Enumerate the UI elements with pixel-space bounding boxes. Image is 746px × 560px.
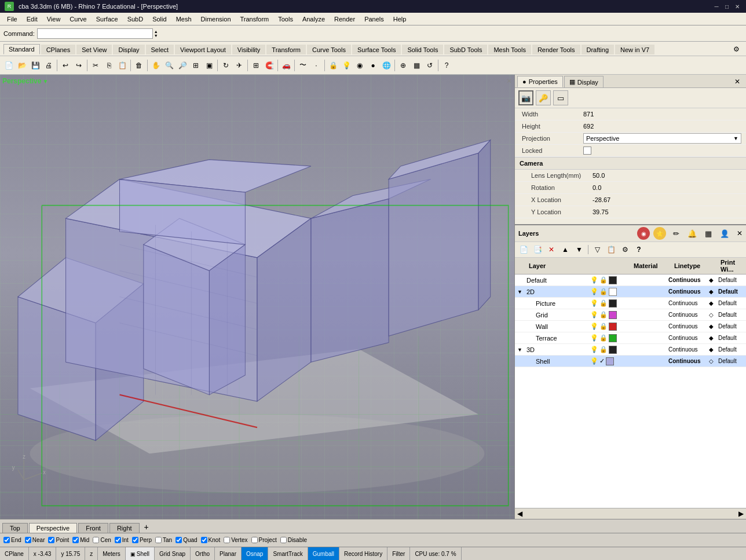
close-button[interactable]: ✕ (733, 2, 741, 10)
rect-icon[interactable]: ▭ (553, 90, 568, 105)
menu-edit[interactable]: Edit (22, 13, 42, 25)
layer-lock-terrace[interactable]: 🔒 (599, 334, 608, 342)
status-filter[interactable]: Filter (387, 547, 410, 560)
layer-row-default[interactable]: Default 💡 🔒 Continuous ◆ Default (515, 274, 746, 286)
layer-lock-default[interactable]: 🔒 (599, 276, 608, 284)
layer-check-shell[interactable]: ✓ (599, 357, 605, 365)
tab-setview[interactable]: Set View (76, 45, 112, 54)
status-osnap[interactable]: Osnap (242, 547, 268, 560)
menu-mesh[interactable]: Mesh (171, 13, 196, 25)
toolbar-gumball-icon[interactable]: ⊕ (397, 59, 409, 72)
osnap-mid-checkbox[interactable] (72, 537, 79, 543)
layer-row-grid[interactable]: Grid 💡 🔒 Continuous ◇ Default (515, 309, 746, 321)
menu-dimension[interactable]: Dimension (196, 13, 236, 25)
toolbar-delete-icon[interactable]: 🗑 (133, 59, 145, 72)
layer-vis-shell[interactable]: 💡 (590, 357, 598, 365)
layers-help-icon[interactable]: ? (632, 243, 645, 256)
vp-tab-top[interactable]: Top (2, 523, 28, 533)
toolbar-undo-icon[interactable]: ↩ (59, 59, 72, 72)
menu-curve[interactable]: Curve (65, 13, 91, 25)
menu-solid[interactable]: Solid (148, 13, 171, 25)
toolbar-paste-icon[interactable]: 📋 (116, 59, 129, 72)
toolbar-help-icon[interactable]: ? (440, 59, 453, 72)
layer-vis-default[interactable]: 💡 (590, 276, 598, 284)
layer-vis-2d[interactable]: 💡 (590, 288, 598, 295)
tab-drafting[interactable]: Drafting (582, 45, 615, 54)
layers-filter-icon[interactable]: ▽ (591, 243, 604, 256)
tab-standard[interactable]: Standard (3, 44, 40, 54)
tab-solid-tools[interactable]: Solid Tools (402, 45, 443, 54)
tab-display[interactable]: Display (113, 45, 144, 54)
menu-panels[interactable]: Panels (360, 13, 389, 25)
toolbar-pan-icon[interactable]: ✋ (149, 59, 162, 72)
locked-checkbox[interactable] (583, 147, 591, 155)
layer-vis-3d[interactable]: 💡 (590, 346, 598, 353)
layers-panel-close-icon[interactable]: ✕ (737, 229, 743, 237)
command-arrows[interactable]: ▲ ▼ (154, 30, 158, 38)
menu-view[interactable]: View (42, 13, 65, 25)
layer-color-picture[interactable] (609, 299, 617, 308)
tab-visibility[interactable]: Visibility (232, 45, 266, 54)
layers-light-icon[interactable]: ⭐ (653, 227, 666, 240)
toolbar-cut-icon[interactable]: ✂ (89, 59, 102, 72)
toolbar-zoom-in-icon[interactable]: 🔍 (163, 59, 175, 72)
toolbar-move-icon[interactable]: ✈ (233, 59, 246, 72)
toolbar-rotate-icon[interactable]: ↻ (220, 59, 232, 72)
layer-expand-2d[interactable]: ▼ (517, 289, 526, 295)
layer-row-shell[interactable]: Shell 💡 ✓ Continuous ◇ Default (515, 356, 746, 367)
status-grid-snap[interactable]: Grid Snap (155, 547, 191, 560)
menu-file[interactable]: File (2, 13, 22, 25)
osnap-vertex-checkbox[interactable] (224, 537, 230, 543)
toolbar-snap-icon[interactable]: 🧲 (263, 59, 276, 72)
toolbar-grid-icon[interactable]: ⊞ (250, 59, 262, 72)
toolbar-sphere-icon[interactable]: ● (367, 59, 379, 72)
toolbar-open-icon[interactable]: 📂 (16, 59, 28, 72)
command-input[interactable] (37, 28, 153, 39)
toolbar-light-icon[interactable]: 💡 (340, 59, 353, 72)
tab-select[interactable]: Select (146, 45, 174, 54)
layer-vis-picture[interactable]: 💡 (590, 299, 598, 307)
layer-lock-wall[interactable]: 🔒 (599, 323, 608, 330)
layers-scroll-right[interactable]: ▶ (738, 510, 744, 518)
viewport-close-icon[interactable]: ✕ (506, 77, 512, 85)
status-gumball[interactable]: Gumball (308, 547, 339, 560)
layer-row-wall[interactable]: Wall 💡 🔒 Continuous ◆ Default (515, 321, 746, 332)
camera-icon[interactable]: 📷 (518, 90, 533, 105)
layer-row-3d[interactable]: ▼ 3D 💡 🔒 Continuous ◆ Default (515, 344, 746, 356)
layer-color-2d[interactable] (609, 288, 617, 296)
viewport[interactable]: x z y Perspective ▼ ✕ (0, 75, 514, 519)
layers-edit-icon[interactable]: ✏ (670, 227, 682, 240)
toolbar-settings-icon[interactable]: ⚙ (730, 43, 743, 56)
tab-properties[interactable]: ● Properties (517, 76, 563, 87)
menu-subd[interactable]: SubD (123, 13, 148, 25)
layer-color-grid[interactable] (609, 311, 617, 319)
status-smarttrack[interactable]: SmartTrack (268, 547, 308, 560)
toolbar-group-icon[interactable]: ▦ (410, 59, 423, 72)
osnap-int-checkbox[interactable] (115, 537, 121, 543)
layer-expand-3d[interactable]: ▼ (517, 347, 526, 353)
layers-new-sub-icon[interactable]: 📑 (531, 243, 544, 256)
osnap-knot-checkbox[interactable] (201, 537, 207, 543)
layer-row-terrace[interactable]: Terrace 💡 🔒 Continuous ◆ Default (515, 332, 746, 344)
layer-lock-picture[interactable]: 🔒 (599, 299, 608, 307)
osnap-end-checkbox[interactable] (3, 537, 10, 543)
osnap-tan-checkbox[interactable] (155, 537, 162, 543)
osnap-perp-checkbox[interactable] (132, 537, 138, 543)
status-cplane[interactable]: CPlane (0, 547, 29, 560)
toolbar-render-icon[interactable]: 🌐 (380, 59, 393, 72)
tab-mesh-tools[interactable]: Mesh Tools (488, 45, 531, 54)
layers-delete-icon[interactable]: ✕ (545, 243, 558, 256)
menu-help[interactable]: Help (389, 13, 411, 25)
toolbar-lock-icon[interactable]: 🔒 (327, 59, 339, 72)
layers-new-icon[interactable]: 📄 (517, 243, 530, 256)
layers-display-icon[interactable]: ▦ (702, 227, 715, 240)
vp-tab-front[interactable]: Front (78, 523, 108, 533)
layer-lock-grid[interactable]: 🔒 (599, 311, 608, 319)
layer-row-picture[interactable]: Picture 💡 🔒 Continuous ◆ Default (515, 298, 746, 309)
menu-tools[interactable]: Tools (273, 13, 298, 25)
layers-material-icon[interactable]: ◉ (637, 227, 650, 240)
toolbar-hist-icon[interactable]: ↺ (423, 59, 436, 72)
layers-scroll-left[interactable]: ◀ (517, 510, 522, 518)
tab-display[interactable]: ▦ Display (564, 76, 604, 87)
layers-bell-icon[interactable]: 🔔 (686, 227, 699, 240)
